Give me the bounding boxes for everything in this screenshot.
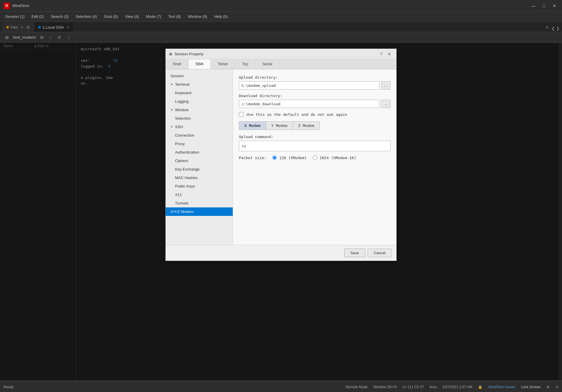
default-checkbox[interactable] (239, 112, 244, 117)
modem-tab-x[interactable]: X Modem (239, 122, 266, 130)
modal-tab-telnet[interactable]: Telnet (211, 59, 235, 69)
sidebar-group-ssh[interactable]: ▼ SSH (166, 123, 233, 131)
status-gear-button[interactable]: ⚙ (546, 385, 550, 389)
sidebar-item-public-keys[interactable]: Public Keys (166, 182, 233, 190)
sidebar-item-selection[interactable]: Selection (166, 114, 233, 123)
menu-selection[interactable]: Selection (4) (73, 13, 100, 20)
modal-tab-tcp[interactable]: Tcp (235, 59, 255, 69)
ssh-expand-icon: ▼ (170, 125, 173, 128)
status-lock-icon: 🔒 (478, 385, 482, 389)
sidebar-item-logging[interactable]: Logging (166, 97, 233, 106)
lock-screen-button[interactable]: Lock Screen (521, 385, 541, 389)
sidebar-item-authentication[interactable]: Authentication (166, 148, 233, 157)
modal-footer: Save Cancel (166, 245, 396, 261)
sidebar-item-ciphers[interactable]: Ciphers (166, 157, 233, 165)
status-window-size: Window 26×74 (373, 385, 397, 389)
sidebar-item-tunnels[interactable]: Tunnels (166, 199, 233, 207)
sidebar-group-window[interactable]: ▼ Window (166, 106, 233, 114)
download-browse-button[interactable]: ... (381, 100, 390, 108)
tab-add-button[interactable]: + (542, 23, 551, 32)
sidebar-item-session[interactable]: Session (166, 72, 233, 80)
modal-title-dot (169, 53, 172, 56)
upload-browse-button[interactable]: ... (381, 81, 390, 90)
sidebar-item-connection[interactable]: Connection (166, 131, 233, 140)
toolbar-mail-btn[interactable]: ✉ (38, 35, 45, 40)
path-display: /test_modem/ (13, 35, 36, 39)
default-checkbox-label[interactable]: Use this as the default and do not ask a… (246, 112, 347, 117)
menu-edit[interactable]: Edit (2) (29, 13, 47, 20)
radio-128-label[interactable]: 128 (XModem) (279, 156, 307, 160)
upload-cmd-label: Upload command: (239, 135, 390, 139)
tab-gear-filer[interactable]: ⚙ (26, 25, 30, 30)
close-button[interactable]: ✕ (550, 2, 558, 10)
upload-cmd-input[interactable] (239, 141, 390, 151)
main-content: Name ▲ Date m microsoft x86_64) ses: 10 … (0, 43, 562, 380)
modem-tabs: X Modem Y Modem Z Modem (239, 121, 320, 130)
tab-close-filer[interactable]: ✕ (21, 25, 23, 29)
modal-title-text: Session Property (174, 52, 378, 56)
status-remote-mode: Remote Mode (346, 385, 368, 389)
sidebar-item-xyz-modem[interactable]: X/Y/Z Modem (166, 207, 233, 216)
modem-tab-z[interactable]: Z Modem (293, 122, 320, 130)
modal-tab-ssh[interactable]: SSH (189, 59, 211, 69)
menu-tool[interactable]: Tool (8) (165, 13, 184, 20)
modal-titlebar: Session Property ? ✕ (166, 49, 396, 59)
minimize-button[interactable]: — (529, 2, 537, 10)
tab-localssh[interactable]: 1.Local SSH ✕ (34, 23, 73, 32)
modal-body: Session ▼ Terminal Keyboard Logging ▼ Wi… (166, 69, 396, 245)
maximize-button[interactable]: □ (540, 2, 548, 10)
status-bar: Ready Remote Mode Window 26×74 Ln 111 Ch… (0, 381, 562, 392)
modal-tab-serial[interactable]: Serial (256, 59, 280, 69)
radio-1024-input[interactable] (313, 155, 317, 160)
menu-help[interactable]: Help (0) (211, 13, 231, 20)
tab-filer[interactable]: Filer ✕ ⚙ (2, 23, 34, 32)
download-dir-input[interactable] (239, 100, 379, 108)
sidebar-group-terminal-label: Terminal (175, 82, 189, 87)
modal-content: Upload directory: ... Download directory… (233, 69, 396, 245)
tab-label-filer: Filer (11, 25, 18, 30)
radio-1024-label[interactable]: 1024 (XModem-1K) (320, 156, 356, 160)
modal-close-button[interactable]: ✕ (386, 51, 393, 57)
radio-128: 128 (XModem) (272, 155, 307, 160)
modal-controls: ? ✕ (378, 51, 393, 57)
menu-view[interactable]: View (6) (122, 13, 142, 20)
status-os: linux (430, 385, 437, 389)
radio-128-input[interactable] (272, 155, 277, 160)
sidebar-item-key-exchange[interactable]: Key Exchange (166, 165, 233, 173)
terminal-expand-icon: ▼ (170, 83, 173, 86)
menu-goto[interactable]: Goto (5) (101, 13, 121, 20)
tab-close-localssh[interactable]: ✕ (67, 25, 69, 29)
sidebar-item-proxy[interactable]: Proxy (166, 140, 233, 148)
menu-window[interactable]: Window (9) (185, 13, 210, 20)
tab-dot-localssh (38, 26, 41, 28)
toolbar-up-btn[interactable]: ↑ (48, 35, 53, 40)
sidebar-group-terminal[interactable]: ▼ Terminal (166, 80, 233, 89)
modal-help-button[interactable]: ? (378, 51, 384, 57)
save-button[interactable]: Save (344, 249, 365, 257)
menu-search[interactable]: Search (3) (48, 13, 72, 20)
status-cursor: Ln 111 Ch 27 (403, 385, 424, 389)
modem-tab-y[interactable]: Y Modem (266, 122, 293, 130)
sidebar-item-mac-hashes[interactable]: MAC Hashes (166, 173, 233, 182)
tab-right-arrow[interactable]: ❯ (556, 26, 560, 31)
status-datetime: 5/27/2021 2:07 AM (443, 385, 472, 389)
toolbar-back-btn[interactable]: ⊞ (4, 35, 11, 40)
window-expand-icon: ▼ (170, 108, 173, 111)
cancel-button[interactable]: Cancel (368, 249, 392, 257)
sidebar-item-x11[interactable]: X11 (166, 190, 233, 199)
upload-dir-input[interactable] (239, 81, 379, 90)
menu-session[interactable]: Session (1) (2, 13, 28, 20)
status-close-button[interactable]: ✕ (556, 385, 558, 389)
menu-bar: Session (1) Edit (2) Search (3) Selectio… (0, 12, 562, 22)
sidebar-item-keyboard[interactable]: Keyboard (166, 89, 233, 97)
upload-dir-label: Upload directory: (239, 75, 390, 80)
menu-mode[interactable]: Mode (7) (143, 13, 164, 20)
download-dir-label: Download directory: (239, 94, 390, 98)
toolbar-refresh-btn[interactable]: ↺ (56, 35, 63, 40)
tab-left-arrow[interactable]: ❮ (551, 26, 555, 31)
windterm-issues-link[interactable]: WindTerm Issues (488, 385, 515, 389)
modal-tab-shell[interactable]: Shell (166, 59, 189, 69)
packet-size-row: Packet size: 128 (XModem) 1024 (XModem-1… (239, 155, 390, 160)
toolbar-menu-btn[interactable]: ⋮ (65, 35, 73, 40)
sidebar-group-ssh-label: SSH (175, 125, 183, 129)
